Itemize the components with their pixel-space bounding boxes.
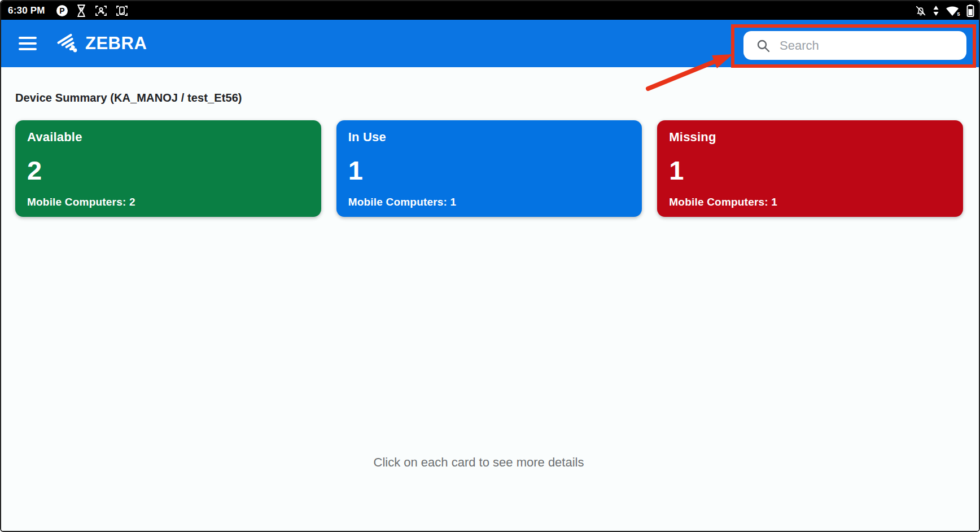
menu-button[interactable]: [19, 37, 37, 50]
card-missing[interactable]: Missing 1 Mobile Computers: 1: [657, 120, 963, 217]
status-bar-left: 6:30 PM P: [8, 4, 129, 18]
zebra-logo: ZEBRA: [56, 30, 147, 56]
svg-text:P: P: [59, 6, 64, 15]
search-field[interactable]: [743, 31, 966, 60]
battery-icon: [966, 4, 974, 18]
hint-text: Click on each card to see more details: [1, 455, 956, 470]
card-title: Missing: [669, 130, 951, 145]
card-available[interactable]: Available 2 Mobile Computers: 2: [15, 120, 321, 217]
search-icon: [756, 38, 771, 53]
app-bar: ZEBRA: [1, 20, 979, 67]
card-in-use[interactable]: In Use 1 Mobile Computers: 1: [336, 120, 642, 217]
card-title: Available: [27, 130, 309, 145]
status-bar: 6:30 PM P: [1, 1, 979, 20]
card-subtitle: Mobile Computers: 1: [348, 196, 631, 208]
svg-text:5: 5: [957, 11, 960, 17]
screen: 6:30 PM P: [0, 0, 980, 532]
page-title: Device Summary (KA_MANOJ / test_Et56): [15, 91, 979, 104]
zebra-head-icon: [56, 30, 82, 56]
card-count: 1: [669, 157, 951, 184]
clock: 6:30 PM: [8, 5, 45, 16]
wifi-icon: 5: [945, 5, 961, 17]
card-count: 2: [27, 157, 309, 184]
status-bar-right: 5: [915, 4, 974, 18]
card-subtitle: Mobile Computers: 2: [27, 196, 309, 208]
brand-name: ZEBRA: [85, 33, 147, 54]
search-input[interactable]: [780, 38, 960, 53]
main-content: Device Summary (KA_MANOJ / test_Et56) Av…: [1, 67, 979, 531]
managed-device-icon: [115, 4, 129, 18]
card-count: 1: [348, 157, 631, 184]
priority-mode-icon: P: [56, 5, 68, 17]
managed-user-icon: [94, 4, 108, 18]
hourglass-icon: [76, 4, 87, 18]
data-transfer-icon: [933, 5, 939, 17]
device-summary-cards: Available 2 Mobile Computers: 2 In Use 1…: [15, 120, 963, 217]
card-title: In Use: [348, 130, 631, 145]
card-subtitle: Mobile Computers: 1: [669, 196, 951, 208]
notifications-off-icon: [915, 5, 927, 17]
